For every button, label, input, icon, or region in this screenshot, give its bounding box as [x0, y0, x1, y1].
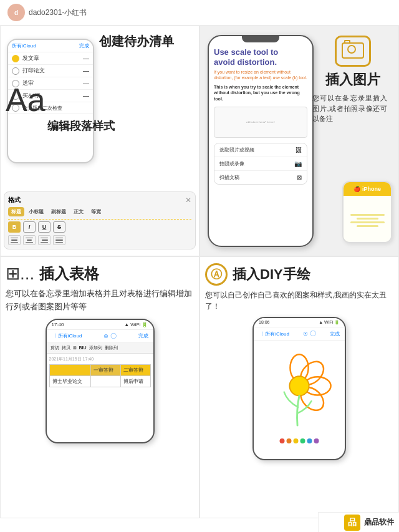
scale-tool-content: Use scale tool to avoid distortion. If y… — [209, 42, 312, 190]
align-center[interactable] — [23, 235, 36, 245]
color-dot-purple[interactable] — [314, 438, 319, 443]
avatar: d — [7, 4, 25, 21]
scale-tool-phone: Use scale tool to avoid distortion. If y… — [208, 35, 314, 247]
camera-icon-decoration — [335, 36, 371, 67]
tool-cut[interactable]: 剪切 — [50, 345, 59, 351]
tab-mono[interactable]: 等宽 — [88, 207, 104, 216]
tab-subheading[interactable]: 小标题 — [26, 207, 47, 216]
cell-todo: 所有iCloud 完成 发文章 — 打印论文 — 送审 — — [0, 26, 200, 256]
scale-subtitle: If you want to resize an element without… — [214, 69, 307, 80]
align-right[interactable] — [38, 235, 50, 245]
align-justify[interactable] — [53, 235, 65, 245]
diy-title-row: Ⓐ 插入DIY手绘 — [205, 263, 393, 286]
camera-icon: 📷 — [294, 160, 302, 167]
insert-image-section: 插入图片 您可以在备忘录里插入图片,或者拍照录像还可以备注 — [312, 36, 393, 124]
cell-postdoc: 博后申请 — [120, 375, 150, 387]
color-dot-yellow[interactable] — [294, 438, 299, 443]
table-row-1: 一审答辩 二审答辩 — [49, 364, 150, 375]
author-name: dado2301-小红书 — [29, 7, 87, 18]
align-buttons — [8, 235, 191, 245]
svg-point-4 — [289, 376, 309, 395]
drawing-nav-done[interactable]: 完成 — [330, 331, 340, 337]
table-row-2: 博士毕业论文 博后申请 — [49, 375, 150, 387]
iphone-screen — [344, 196, 391, 243]
list-item-1: 发文章 — — [8, 52, 93, 65]
menu-item-photos[interactable]: 选取照片或视频 🖼 — [214, 143, 307, 157]
todo-title: 创建待办清单 — [99, 34, 174, 49]
format-buttons: B I U S — [8, 221, 191, 233]
photos-icon: 🖼 — [296, 147, 302, 153]
italic-button[interactable]: I — [23, 221, 36, 233]
nav-back[interactable]: 〈 所有iCloud — [52, 332, 82, 339]
color-dot-green[interactable] — [300, 438, 305, 443]
format-close[interactable]: ✕ — [185, 196, 191, 205]
notes-table: 一审答辩 二审答辩 博士毕业论文 博后申请 — [49, 364, 151, 387]
bold-button[interactable]: B — [8, 221, 21, 233]
note-line-1 — [350, 214, 385, 216]
iphone-small-mockup: 🍎 iPhone — [342, 181, 392, 243]
phone-time: 17:40 — [52, 322, 64, 327]
scale-body: This is when you try to scale the elemen… — [214, 84, 307, 101]
note-line-3 — [350, 221, 385, 223]
iphone-text: iPhone — [362, 186, 381, 192]
tool-copy[interactable]: 拷贝 — [62, 345, 70, 351]
drawing-nav-icons[interactable]: ⊙ 〇 — [303, 329, 316, 338]
phone-status-bar: 17:40 ▲ WiFi 🔋 — [47, 320, 153, 330]
tab-body[interactable]: 正文 — [70, 207, 87, 216]
diy-title: 插入DIY手绘 — [233, 265, 310, 284]
insert-image-title: 插入图片 — [312, 70, 393, 89]
table-icon: ⊞... — [6, 263, 34, 284]
phone-status-icons: ▲ WiFi 🔋 — [124, 322, 148, 327]
phone-notch — [242, 36, 279, 42]
phone-header: 所有iCloud 完成 — [8, 40, 93, 52]
color-dot-red[interactable] — [280, 438, 285, 443]
phone-nav-back: 所有iCloud — [12, 42, 36, 49]
table-content: 2021年11月15日 17:40 一审答辩 二审答辩 博士毕业论文 博后申请 — [47, 354, 153, 390]
strikethrough-button[interactable]: S — [53, 221, 65, 233]
camera-bump — [344, 40, 350, 42]
note-line-2 — [357, 218, 378, 220]
tab-subtitle[interactable]: 副标题 — [48, 207, 69, 216]
checkbox-1[interactable] — [12, 55, 19, 62]
cell-phd-thesis: 博士毕业论文 — [49, 375, 90, 387]
nav-done[interactable]: 完成 — [138, 332, 148, 339]
tab-heading[interactable]: 标题 — [8, 207, 24, 216]
menu-label-scan: 扫描文稿 — [219, 174, 239, 181]
menu-item-camera[interactable]: 拍照或录像 📷 — [214, 157, 307, 171]
tool-del-col[interactable]: 删除列 — [105, 345, 118, 351]
align-left[interactable] — [8, 235, 21, 245]
nav-icons[interactable]: ⊙ 〇 — [103, 332, 117, 341]
drawing-phone-mockup: 18:06 ▲ WiFi 🔋 〈 所有iCloud ⊙ 〇 完成 — [252, 317, 346, 460]
scale-title-line1: Use scale tool to avoid distortion. — [214, 47, 307, 67]
phone-nav-bar: 〈 所有iCloud ⊙ 〇 完成 — [47, 330, 153, 343]
tool-format[interactable]: ⊠ — [73, 346, 77, 351]
color-dot-blue[interactable] — [307, 438, 312, 443]
drawing-canvas — [254, 341, 345, 447]
cell-second-review: 二审答辩 — [120, 364, 150, 375]
diy-desc: 您可以自己创作自己喜欢的图案和样式,我画的实在太丑了！ — [205, 289, 393, 312]
color-dot-orange[interactable] — [287, 438, 292, 443]
underline-button[interactable]: U — [38, 221, 50, 233]
scale-menu: 选取照片或视频 🖼 拍照或录像 📷 扫描文稿 ⊠ — [214, 143, 307, 185]
note-line-4 — [357, 225, 378, 227]
drawing-nav-back[interactable]: 〈 所有iCloud — [259, 331, 289, 337]
brand-logo-icon: 品 — [348, 517, 357, 528]
phone-done[interactable]: 完成 — [79, 42, 89, 49]
brand-name: 鼎品软件 — [364, 517, 394, 528]
list-item-2: 打印论文 — — [8, 65, 93, 77]
checkbox-2[interactable] — [12, 67, 19, 75]
tool-biu[interactable]: BIU — [79, 346, 87, 350]
branding-bar: 品 鼎品软件 — [318, 512, 399, 532]
content-grid: 所有iCloud 完成 发文章 — 打印论文 — 送审 — — [0, 26, 399, 532]
distorted-text: distorted text — [246, 120, 275, 123]
cell-first-review: 一审答辩 — [90, 364, 120, 375]
insert-image-desc: 您可以在备忘录里插入图片,或者拍照录像还可以备注 — [312, 93, 387, 124]
drawing-phone-time: 18:06 — [259, 320, 270, 325]
format-panel: 格式 ✕ 标题 小标题 副标题 正文 等宽 B I U S — [4, 191, 196, 249]
cell-scale-tool: Use scale tool to avoid distortion. If y… — [200, 26, 399, 256]
table-icon-row: ⊞... 插入表格 — [6, 263, 194, 284]
cell-diy-drawing: Ⓐ 插入DIY手绘 您可以自己创作自己喜欢的图案和样式,我画的实在太丑了！ 18… — [200, 256, 399, 518]
color-palette — [280, 438, 319, 443]
tool-add-col[interactable]: 添加列 — [89, 345, 102, 351]
menu-item-scan[interactable]: 扫描文稿 ⊠ — [214, 171, 307, 184]
